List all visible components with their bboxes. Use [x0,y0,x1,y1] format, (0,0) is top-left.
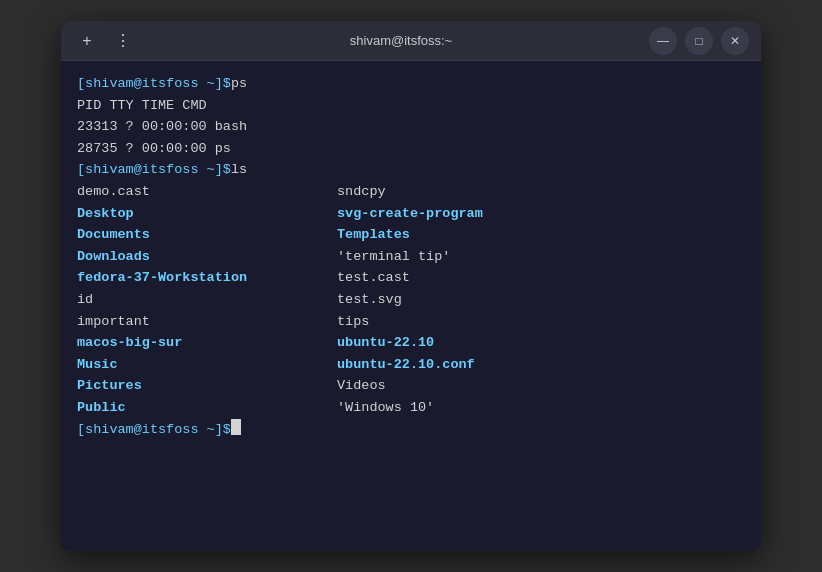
cmd-1: ps [231,73,247,95]
menu-button[interactable]: ⋮ [109,27,137,55]
ls-right-0: sndcpy [337,181,745,203]
ls-right-9: Videos [337,375,745,397]
ls-left-0: demo.cast [77,181,337,203]
ls-right-5: test.svg [337,289,745,311]
ls-left-5: id [77,289,337,311]
add-tab-button[interactable]: + [73,27,101,55]
ls-right-2: Templates [337,224,745,246]
ps-command-line: [shivam@itsfoss ~]$ ps [77,73,745,95]
titlebar: + ⋮ shivam@itsfoss:~ — □ ✕ [61,21,761,61]
ls-command-line: [shivam@itsfoss ~]$ ls [77,159,745,181]
window-buttons: — □ ✕ [649,27,749,55]
ls-left-6: important [77,311,337,333]
maximize-button[interactable]: □ [685,27,713,55]
ls-left-4: fedora-37-Workstation [77,267,337,289]
window-title: shivam@itsfoss:~ [153,33,649,48]
ls-output-grid: demo.cast sndcpy Desktop svg-create-prog… [77,181,745,419]
ps-header: PID TTY TIME CMD [77,95,207,117]
prompt-2: [shivam@itsfoss ~]$ [77,159,231,181]
terminal-body[interactable]: [shivam@itsfoss ~]$ ps PID TTY TIME CMD … [61,61,761,551]
final-prompt-line: [shivam@itsfoss ~]$ [77,419,745,441]
ls-left-10: Public [77,397,337,419]
ls-left-2: Documents [77,224,337,246]
ls-left-7: macos-big-sur [77,332,337,354]
terminal-window: + ⋮ shivam@itsfoss:~ — □ ✕ [shivam@itsfo… [61,21,761,551]
ls-left-8: Music [77,354,337,376]
ls-right-4: test.cast [337,267,745,289]
minimize-button[interactable]: — [649,27,677,55]
ls-right-1: svg-create-program [337,203,745,225]
ps-row-1-text: 23313 ? 00:00:00 bash [77,116,247,138]
ps-row-2: 28735 ? 00:00:00 ps [77,138,745,160]
cmd-2: ls [231,159,247,181]
ls-left-9: Pictures [77,375,337,397]
ls-right-10: 'Windows 10' [337,397,745,419]
close-button[interactable]: ✕ [721,27,749,55]
ps-header-line: PID TTY TIME CMD [77,95,745,117]
ls-left-3: Downloads [77,246,337,268]
titlebar-left-controls: + ⋮ [73,27,153,55]
cursor [231,419,241,435]
ps-row-2-text: 28735 ? 00:00:00 ps [77,138,231,160]
ls-right-7: ubuntu-22.10 [337,332,745,354]
prompt-3: [shivam@itsfoss ~]$ [77,419,231,441]
ls-right-8: ubuntu-22.10.conf [337,354,745,376]
ls-right-3: 'terminal tip' [337,246,745,268]
ls-right-6: tips [337,311,745,333]
ps-row-1: 23313 ? 00:00:00 bash [77,116,745,138]
ls-left-1: Desktop [77,203,337,225]
prompt-1: [shivam@itsfoss ~]$ [77,73,231,95]
